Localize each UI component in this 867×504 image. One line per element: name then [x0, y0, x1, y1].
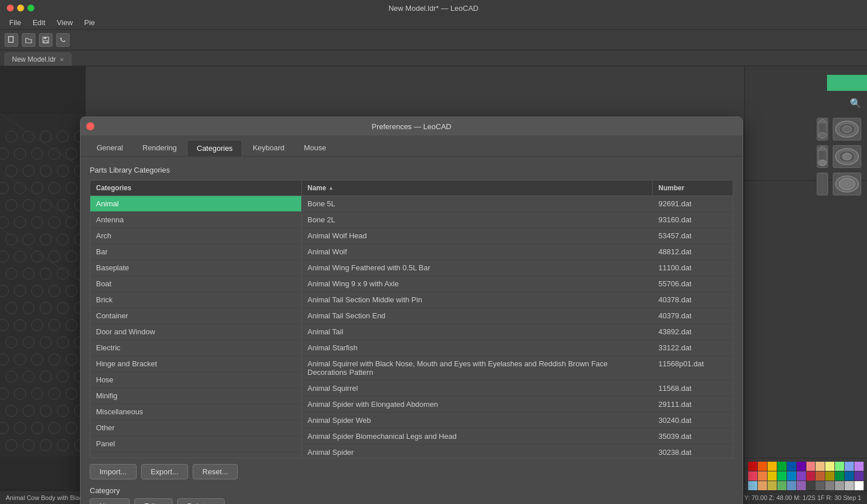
category-item-panel[interactable]: Panel	[90, 436, 301, 452]
color-swatch[interactable]	[806, 481, 816, 490]
part-item[interactable]: Animal Spider Biomechanical Legs and Hea…	[302, 429, 733, 445]
part-item[interactable]: Animal Squirrel with Black Nose, Mouth a…	[302, 356, 733, 381]
category-item-antenna[interactable]: Antenna	[90, 212, 301, 228]
tab-general[interactable]: General	[87, 140, 132, 156]
undo-button[interactable]	[56, 33, 70, 47]
menu-view[interactable]: View	[52, 17, 77, 28]
category-item-other[interactable]: Other	[90, 420, 301, 436]
close-window-button[interactable]	[7, 5, 14, 11]
import-button[interactable]: Import...	[90, 464, 137, 479]
new-file-button[interactable]	[5, 33, 18, 47]
color-swatch[interactable]	[748, 462, 757, 471]
color-swatch[interactable]	[758, 462, 767, 471]
category-item-minifig[interactable]: Minifig	[90, 388, 301, 404]
color-swatch[interactable]	[758, 481, 767, 490]
color-swatch[interactable]	[825, 471, 834, 481]
menu-file[interactable]: File	[5, 17, 26, 28]
color-swatch[interactable]	[854, 462, 864, 471]
part-item[interactable]: Animal Spider 30238.dat	[302, 445, 733, 458]
part-item[interactable]: Animal Wolf 48812.dat	[302, 244, 733, 260]
color-swatch[interactable]	[797, 471, 806, 481]
part-item[interactable]: Animal Spider Web 30240.dat	[302, 413, 733, 429]
category-item-hose[interactable]: Hose	[90, 372, 301, 388]
delete-category-button[interactable]: Delete...	[177, 498, 224, 504]
color-swatch[interactable]	[768, 462, 777, 471]
minimize-window-button[interactable]	[17, 5, 24, 11]
part-thumb-left-1[interactable]	[817, 118, 828, 141]
dialog-close-button[interactable]	[86, 122, 94, 130]
edit-category-button[interactable]: Edit...	[134, 498, 173, 504]
part-item[interactable]: Animal Squirrel 11568.dat	[302, 381, 733, 397]
categories-column-header[interactable]: Categories	[90, 181, 302, 195]
color-swatch[interactable]	[835, 471, 844, 481]
tab-close-button[interactable]: ✕	[59, 57, 64, 63]
color-swatch[interactable]	[845, 481, 854, 490]
part-item[interactable]: Animal Tail Section End 40379.dat	[302, 308, 733, 324]
color-swatch[interactable]	[845, 462, 854, 471]
color-swatch[interactable]	[806, 462, 816, 471]
tab-new-model[interactable]: New Model.ldr ✕	[5, 53, 71, 66]
category-item-hinge[interactable]: Hinge and Bracket	[90, 356, 301, 372]
color-swatch[interactable]	[777, 481, 786, 490]
part-item[interactable]: Animal Tail Section Middle with Pin 4037…	[302, 292, 733, 308]
tab-mouse[interactable]: Mouse	[295, 140, 335, 156]
part-item[interactable]: Animal Wolf Head 53457.dat	[302, 228, 733, 244]
category-item-bar[interactable]: Bar	[90, 244, 301, 260]
part-item[interactable]: Animal Tail 43892.dat	[302, 324, 733, 340]
category-item-misc[interactable]: Miscellaneous	[90, 404, 301, 420]
part-item[interactable]: Animal Spider with Elongated Abdomen 291…	[302, 397, 733, 413]
category-item-door-window[interactable]: Door and Window	[90, 324, 301, 340]
open-file-button[interactable]	[22, 33, 35, 47]
color-swatch[interactable]	[816, 462, 825, 471]
color-swatch[interactable]	[816, 471, 825, 481]
part-item[interactable]: Animal Starfish 33122.dat	[302, 340, 733, 356]
color-swatch[interactable]	[748, 481, 757, 490]
part-thumb-left-2[interactable]	[817, 145, 828, 168]
number-column-header[interactable]: Number	[653, 181, 733, 195]
color-swatch[interactable]	[768, 481, 777, 490]
reset-button[interactable]: Reset...	[193, 464, 238, 479]
part-item[interactable]: Bone 2L 93160.dat	[302, 212, 733, 228]
tab-categories[interactable]: Categories	[187, 140, 242, 157]
color-swatch[interactable]	[787, 462, 796, 471]
maximize-window-button[interactable]	[27, 5, 34, 11]
part-item[interactable]: Animal Wing 9 x 9 with Axle 55706.dat	[302, 276, 733, 292]
menu-pie[interactable]: Pie	[79, 17, 99, 28]
category-item-electric[interactable]: Electric	[90, 340, 301, 356]
part-thumb-right-3[interactable]	[833, 173, 861, 195]
color-swatch[interactable]	[806, 471, 816, 481]
color-swatch[interactable]	[787, 471, 796, 481]
color-swatch[interactable]	[825, 462, 834, 471]
save-file-button[interactable]	[39, 33, 53, 47]
new-category-button[interactable]: New...	[90, 498, 130, 504]
tab-rendering[interactable]: Rendering	[133, 140, 186, 156]
part-item[interactable]: Animal Wing Feathered with 0.5L Bar 1110…	[302, 260, 733, 276]
export-button[interactable]: Export...	[141, 464, 188, 479]
color-swatch[interactable]	[758, 471, 767, 481]
category-item-brick[interactable]: Brick	[90, 292, 301, 308]
tab-keyboard[interactable]: Keyboard	[243, 140, 294, 156]
color-swatch[interactable]	[777, 462, 786, 471]
category-item-animal[interactable]: Animal	[90, 196, 301, 212]
search-icon[interactable]: 🔍	[850, 98, 861, 109]
color-swatch[interactable]	[854, 481, 864, 490]
color-swatch[interactable]	[825, 481, 834, 490]
color-swatch[interactable]	[835, 481, 844, 490]
color-swatch[interactable]	[748, 471, 757, 481]
color-swatch[interactable]	[854, 471, 864, 481]
category-item-arch[interactable]: Arch	[90, 228, 301, 244]
menu-edit[interactable]: Edit	[28, 17, 50, 28]
category-item-baseplate[interactable]: Baseplate	[90, 260, 301, 276]
part-item[interactable]: Bone 5L 92691.dat	[302, 196, 733, 212]
color-swatch[interactable]	[787, 481, 796, 490]
color-swatch[interactable]	[797, 462, 806, 471]
color-swatch[interactable]	[797, 481, 806, 490]
part-thumb-left-3[interactable]	[817, 173, 828, 195]
name-column-header[interactable]: Name ▲	[302, 181, 653, 195]
color-swatch[interactable]	[845, 471, 854, 481]
part-thumb-right-2[interactable]	[833, 145, 861, 168]
color-swatch[interactable]	[816, 481, 825, 490]
category-item-container[interactable]: Container	[90, 308, 301, 324]
color-swatch[interactable]	[768, 471, 777, 481]
color-swatch[interactable]	[777, 471, 786, 481]
